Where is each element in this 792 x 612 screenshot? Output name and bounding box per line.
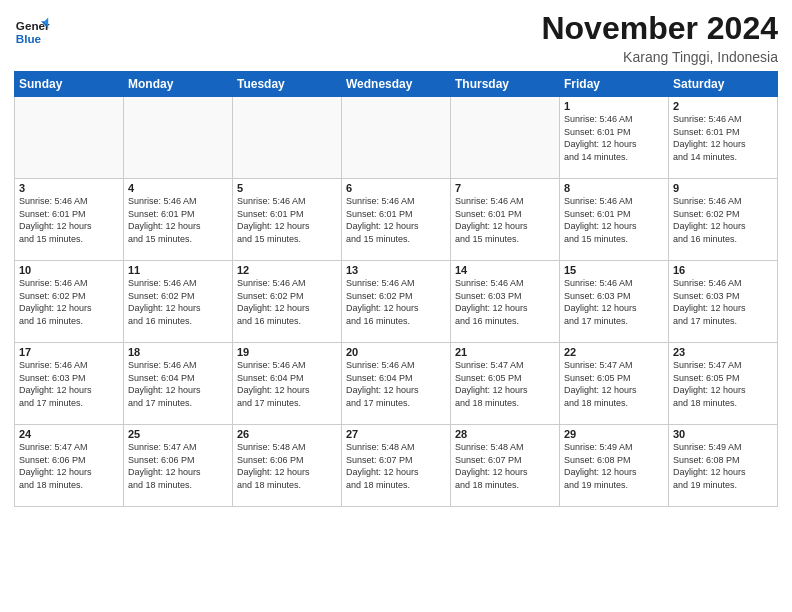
day-number: 12: [237, 264, 337, 276]
day-number: 9: [673, 182, 773, 194]
calendar-cell: 6Sunrise: 5:46 AM Sunset: 6:01 PM Daylig…: [342, 179, 451, 261]
calendar-cell: 25Sunrise: 5:47 AM Sunset: 6:06 PM Dayli…: [124, 425, 233, 507]
weekday-header: Thursday: [451, 72, 560, 97]
day-info: Sunrise: 5:49 AM Sunset: 6:08 PM Dayligh…: [564, 441, 664, 491]
day-number: 5: [237, 182, 337, 194]
calendar-cell: 2Sunrise: 5:46 AM Sunset: 6:01 PM Daylig…: [669, 97, 778, 179]
day-number: 21: [455, 346, 555, 358]
day-info: Sunrise: 5:46 AM Sunset: 6:03 PM Dayligh…: [673, 277, 773, 327]
day-number: 6: [346, 182, 446, 194]
day-info: Sunrise: 5:47 AM Sunset: 6:05 PM Dayligh…: [564, 359, 664, 409]
calendar-cell: [15, 97, 124, 179]
day-number: 10: [19, 264, 119, 276]
day-number: 20: [346, 346, 446, 358]
day-info: Sunrise: 5:46 AM Sunset: 6:01 PM Dayligh…: [237, 195, 337, 245]
title-block: November 2024 Karang Tinggi, Indonesia: [541, 10, 778, 65]
day-number: 2: [673, 100, 773, 112]
weekday-header: Tuesday: [233, 72, 342, 97]
day-number: 14: [455, 264, 555, 276]
calendar-cell: 21Sunrise: 5:47 AM Sunset: 6:05 PM Dayli…: [451, 343, 560, 425]
calendar-header-row: SundayMondayTuesdayWednesdayThursdayFrid…: [15, 72, 778, 97]
day-info: Sunrise: 5:46 AM Sunset: 6:02 PM Dayligh…: [346, 277, 446, 327]
calendar-cell: [342, 97, 451, 179]
calendar-cell: 18Sunrise: 5:46 AM Sunset: 6:04 PM Dayli…: [124, 343, 233, 425]
calendar-cell: 16Sunrise: 5:46 AM Sunset: 6:03 PM Dayli…: [669, 261, 778, 343]
day-number: 15: [564, 264, 664, 276]
day-info: Sunrise: 5:48 AM Sunset: 6:06 PM Dayligh…: [237, 441, 337, 491]
calendar-cell: 28Sunrise: 5:48 AM Sunset: 6:07 PM Dayli…: [451, 425, 560, 507]
calendar-week-row: 10Sunrise: 5:46 AM Sunset: 6:02 PM Dayli…: [15, 261, 778, 343]
location: Karang Tinggi, Indonesia: [541, 49, 778, 65]
day-number: 22: [564, 346, 664, 358]
day-number: 18: [128, 346, 228, 358]
day-number: 4: [128, 182, 228, 194]
calendar-cell: 19Sunrise: 5:46 AM Sunset: 6:04 PM Dayli…: [233, 343, 342, 425]
day-info: Sunrise: 5:46 AM Sunset: 6:02 PM Dayligh…: [19, 277, 119, 327]
day-info: Sunrise: 5:48 AM Sunset: 6:07 PM Dayligh…: [346, 441, 446, 491]
weekday-header: Saturday: [669, 72, 778, 97]
day-number: 8: [564, 182, 664, 194]
calendar-cell: 29Sunrise: 5:49 AM Sunset: 6:08 PM Dayli…: [560, 425, 669, 507]
day-number: 24: [19, 428, 119, 440]
calendar-cell: 5Sunrise: 5:46 AM Sunset: 6:01 PM Daylig…: [233, 179, 342, 261]
calendar-cell: 3Sunrise: 5:46 AM Sunset: 6:01 PM Daylig…: [15, 179, 124, 261]
day-info: Sunrise: 5:46 AM Sunset: 6:01 PM Dayligh…: [346, 195, 446, 245]
calendar-cell: [451, 97, 560, 179]
day-number: 16: [673, 264, 773, 276]
weekday-header: Sunday: [15, 72, 124, 97]
day-info: Sunrise: 5:47 AM Sunset: 6:05 PM Dayligh…: [455, 359, 555, 409]
day-number: 26: [237, 428, 337, 440]
calendar-cell: [124, 97, 233, 179]
day-number: 29: [564, 428, 664, 440]
calendar-week-row: 17Sunrise: 5:46 AM Sunset: 6:03 PM Dayli…: [15, 343, 778, 425]
calendar-cell: 1Sunrise: 5:46 AM Sunset: 6:01 PM Daylig…: [560, 97, 669, 179]
day-number: 23: [673, 346, 773, 358]
day-number: 17: [19, 346, 119, 358]
day-number: 1: [564, 100, 664, 112]
day-number: 13: [346, 264, 446, 276]
weekday-header: Friday: [560, 72, 669, 97]
calendar-cell: 12Sunrise: 5:46 AM Sunset: 6:02 PM Dayli…: [233, 261, 342, 343]
day-number: 11: [128, 264, 228, 276]
day-number: 27: [346, 428, 446, 440]
calendar-cell: 14Sunrise: 5:46 AM Sunset: 6:03 PM Dayli…: [451, 261, 560, 343]
calendar-cell: 20Sunrise: 5:46 AM Sunset: 6:04 PM Dayli…: [342, 343, 451, 425]
page-container: General Blue November 2024 Karang Tinggi…: [0, 0, 792, 513]
calendar-cell: 27Sunrise: 5:48 AM Sunset: 6:07 PM Dayli…: [342, 425, 451, 507]
calendar-week-row: 24Sunrise: 5:47 AM Sunset: 6:06 PM Dayli…: [15, 425, 778, 507]
day-number: 25: [128, 428, 228, 440]
logo: General Blue: [14, 14, 52, 50]
day-info: Sunrise: 5:46 AM Sunset: 6:04 PM Dayligh…: [346, 359, 446, 409]
day-number: 19: [237, 346, 337, 358]
day-number: 30: [673, 428, 773, 440]
calendar-cell: 11Sunrise: 5:46 AM Sunset: 6:02 PM Dayli…: [124, 261, 233, 343]
calendar-cell: 10Sunrise: 5:46 AM Sunset: 6:02 PM Dayli…: [15, 261, 124, 343]
calendar-table: SundayMondayTuesdayWednesdayThursdayFrid…: [14, 71, 778, 507]
day-number: 3: [19, 182, 119, 194]
day-number: 7: [455, 182, 555, 194]
day-info: Sunrise: 5:46 AM Sunset: 6:01 PM Dayligh…: [564, 113, 664, 163]
day-info: Sunrise: 5:47 AM Sunset: 6:05 PM Dayligh…: [673, 359, 773, 409]
day-info: Sunrise: 5:49 AM Sunset: 6:08 PM Dayligh…: [673, 441, 773, 491]
calendar-cell: 4Sunrise: 5:46 AM Sunset: 6:01 PM Daylig…: [124, 179, 233, 261]
day-info: Sunrise: 5:46 AM Sunset: 6:02 PM Dayligh…: [673, 195, 773, 245]
day-info: Sunrise: 5:46 AM Sunset: 6:01 PM Dayligh…: [19, 195, 119, 245]
calendar-cell: 8Sunrise: 5:46 AM Sunset: 6:01 PM Daylig…: [560, 179, 669, 261]
day-number: 28: [455, 428, 555, 440]
day-info: Sunrise: 5:46 AM Sunset: 6:01 PM Dayligh…: [673, 113, 773, 163]
day-info: Sunrise: 5:46 AM Sunset: 6:01 PM Dayligh…: [564, 195, 664, 245]
day-info: Sunrise: 5:46 AM Sunset: 6:03 PM Dayligh…: [19, 359, 119, 409]
day-info: Sunrise: 5:46 AM Sunset: 6:04 PM Dayligh…: [237, 359, 337, 409]
svg-text:Blue: Blue: [16, 32, 42, 45]
logo-icon: General Blue: [14, 14, 50, 50]
day-info: Sunrise: 5:46 AM Sunset: 6:03 PM Dayligh…: [564, 277, 664, 327]
day-info: Sunrise: 5:46 AM Sunset: 6:02 PM Dayligh…: [128, 277, 228, 327]
month-title: November 2024: [541, 10, 778, 47]
day-info: Sunrise: 5:46 AM Sunset: 6:04 PM Dayligh…: [128, 359, 228, 409]
calendar-cell: 17Sunrise: 5:46 AM Sunset: 6:03 PM Dayli…: [15, 343, 124, 425]
calendar-cell: 26Sunrise: 5:48 AM Sunset: 6:06 PM Dayli…: [233, 425, 342, 507]
calendar-cell: 24Sunrise: 5:47 AM Sunset: 6:06 PM Dayli…: [15, 425, 124, 507]
day-info: Sunrise: 5:48 AM Sunset: 6:07 PM Dayligh…: [455, 441, 555, 491]
day-info: Sunrise: 5:46 AM Sunset: 6:02 PM Dayligh…: [237, 277, 337, 327]
calendar-cell: 30Sunrise: 5:49 AM Sunset: 6:08 PM Dayli…: [669, 425, 778, 507]
